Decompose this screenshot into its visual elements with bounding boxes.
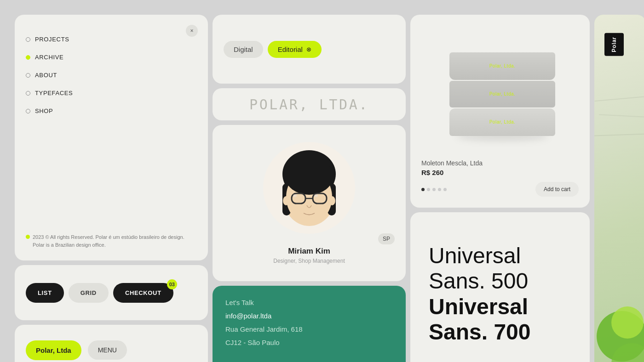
product-image-area: Polar, Ltda. Polar, Ltda. Polar, Ltda.: [421, 26, 579, 154]
typography-card: Universal Sans. 500 Universal Sans. 700: [410, 212, 590, 362]
fabric-image-card: Polar: [594, 15, 644, 362]
nav-dot-typefaces: [26, 91, 30, 96]
nav-item-projects[interactable]: PROJECTS: [26, 30, 197, 48]
product-price: R$ 260: [421, 169, 579, 176]
product-card: Polar, Ltda. Polar, Ltda. Polar, Ltda.: [410, 15, 590, 208]
shirt-label-2: Polar, Ltda.: [489, 91, 516, 96]
shirt-label-3: Polar, Ltda.: [489, 63, 516, 68]
nav-item-about[interactable]: ABOUT: [26, 66, 197, 84]
contact-email[interactable]: info@polar.ltda: [225, 312, 393, 320]
profile-name: Miriam Kim: [288, 247, 330, 256]
checkout-badge: 03: [167, 279, 177, 289]
grid-button[interactable]: GRID: [69, 283, 109, 303]
svg-rect-10: [314, 194, 318, 197]
profile-card: Miriam Kim Designer, Shop Management SP: [213, 125, 406, 281]
nav-footer: 2023 © All rights Reserved. Polar é um e…: [26, 233, 197, 249]
product-footer: Add to cart: [421, 182, 579, 197]
product-info: Moleton Mescla, Ltda R$ 260 Add to cart: [421, 154, 579, 197]
brand-name-button[interactable]: Polar, Ltda: [26, 340, 81, 360]
dot-2[interactable]: [427, 188, 430, 191]
filter-tags: Digital Editorial ⊗: [224, 41, 395, 58]
nav-card: × PROJECTS ARCHIVE ABOUT TYPEFACES: [15, 15, 208, 260]
menu-button[interactable]: MENU: [88, 340, 127, 360]
profile-badge: SP: [378, 233, 395, 244]
nav-dot-about: [26, 73, 30, 78]
polar-logo: POLAR, LTDA.: [249, 92, 369, 117]
shirt-label-1: Polar, Ltda.: [489, 119, 516, 124]
filter-close-icon[interactable]: ⊗: [306, 46, 311, 53]
nav-dot-projects: [26, 37, 30, 42]
filter-card: Digital Editorial ⊗: [213, 15, 406, 84]
nav-dot-archive: [26, 55, 30, 60]
nav-dot-shop: [26, 109, 30, 113]
footer-dot: [26, 235, 30, 239]
filter-digital[interactable]: Digital: [224, 41, 263, 58]
svg-point-12: [329, 196, 335, 205]
logo-card: POLAR, LTDA.: [213, 88, 406, 120]
nav-item-typefaces[interactable]: TYPEFACES: [26, 84, 197, 102]
checkout-button-wrapper: 03 CHECKOUT: [113, 283, 173, 303]
dot-4[interactable]: [438, 188, 441, 191]
svg-rect-9: [293, 194, 297, 197]
brand-card: Polar, Ltda MENU: [15, 325, 208, 362]
svg-point-11: [283, 196, 289, 205]
type-bold-text: Universal Sans. 700: [429, 294, 571, 345]
type-light-text: Universal Sans. 500: [429, 243, 571, 294]
dot-1[interactable]: [421, 188, 425, 191]
contact-address1: Rua General Jardim, 618: [225, 325, 393, 333]
add-to-cart-button[interactable]: Add to cart: [535, 182, 579, 197]
dot-5[interactable]: [443, 188, 447, 191]
product-image: Polar, Ltda. Polar, Ltda. Polar, Ltda.: [449, 44, 551, 136]
contact-title: Let's Talk: [225, 299, 393, 306]
nav-item-shop[interactable]: SHOP: [26, 102, 197, 120]
view-button-group: LIST GRID 03 CHECKOUT: [26, 283, 173, 303]
profile-role: Designer, Shop Management: [273, 258, 345, 264]
view-buttons-card: LIST GRID 03 CHECKOUT: [15, 265, 208, 320]
checkout-button[interactable]: CHECKOUT: [113, 283, 173, 303]
filter-editorial[interactable]: Editorial ⊗: [268, 41, 322, 58]
contact-address2: CJ12 - São Paulo: [225, 339, 393, 346]
avatar: [263, 142, 355, 234]
product-dots: [421, 188, 447, 191]
list-button[interactable]: LIST: [26, 283, 64, 303]
product-name: Moleton Mescla, Ltda: [421, 159, 579, 167]
polar-tag: Polar: [604, 33, 624, 56]
dot-3[interactable]: [432, 188, 436, 191]
nav-close-button[interactable]: ×: [186, 25, 198, 37]
contact-card: Let's Talk info@polar.ltda Rua General J…: [213, 286, 406, 362]
nav-menu: PROJECTS ARCHIVE ABOUT TYPEFACES SHOP: [26, 30, 197, 120]
nav-item-archive[interactable]: ARCHIVE: [26, 48, 197, 66]
